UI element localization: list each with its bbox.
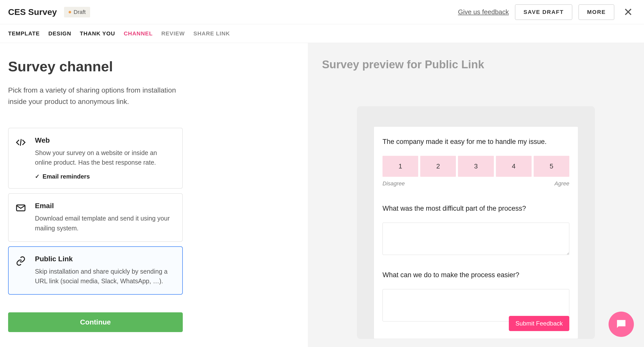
page-subtitle: Pick from a variety of sharing options f… [8, 85, 185, 107]
header-right: Give us feedback SAVE DRAFT MORE ✕ [458, 4, 636, 20]
tabs: TEMPLATE DESIGN THANK YOU CHANNEL REVIEW… [0, 24, 644, 43]
submit-feedback-button[interactable]: Submit Feedback [509, 316, 569, 331]
status-badge-draft: Draft [64, 7, 90, 17]
chat-fab[interactable] [609, 312, 634, 337]
channel-card-feature-label: Email reminders [43, 173, 90, 180]
tab-channel[interactable]: CHANNEL [124, 30, 153, 37]
feedback-link[interactable]: Give us feedback [458, 8, 509, 16]
tab-thank-you[interactable]: THANK YOU [80, 30, 115, 37]
channel-card-public-link[interactable]: Public Link Skip installation and share … [8, 246, 183, 295]
link-icon [16, 255, 28, 286]
close-icon[interactable]: ✕ [620, 7, 636, 18]
status-badge-label: Draft [74, 9, 86, 15]
envelope-icon [16, 202, 28, 233]
channel-card-desc: Skip installation and share quickly by s… [35, 267, 175, 286]
preview-question-1: The company made it easy for me to handl… [383, 138, 569, 146]
scale-option-4[interactable]: 4 [496, 156, 532, 177]
chat-icon [615, 318, 628, 331]
preview-question-3: What can we do to make the process easie… [383, 271, 569, 279]
channel-card-title: Public Link [35, 255, 175, 263]
tab-share-link[interactable]: SHARE LINK [193, 30, 230, 37]
right-panel: Survey preview for Public Link The compa… [308, 43, 644, 347]
more-button[interactable]: MORE [578, 4, 614, 20]
tab-review[interactable]: REVIEW [161, 30, 185, 37]
tab-template[interactable]: TEMPLATE [8, 30, 40, 37]
channel-card-desc: Download email template and send it usin… [35, 213, 175, 233]
channel-card-title: Web [35, 136, 175, 144]
channel-card-title: Email [35, 202, 175, 210]
channel-cards: Web Show your survey on a website or ins… [8, 128, 183, 295]
continue-button[interactable]: Continue [8, 312, 183, 332]
code-icon [16, 136, 28, 180]
preview-question-2: What was the most difficult part of the … [383, 205, 569, 212]
preview-backdrop: The company made it easy for me to handl… [357, 106, 595, 339]
page-title: Survey channel [8, 58, 308, 75]
header: CES Survey Draft Give us feedback SAVE D… [0, 0, 644, 24]
scale-option-2[interactable]: 2 [420, 156, 456, 177]
svg-line-0 [20, 139, 21, 146]
check-icon: ✓ [35, 173, 39, 180]
left-panel: Survey channel Pick from a variety of sh… [0, 43, 308, 347]
scale-option-1[interactable]: 1 [383, 156, 418, 177]
tab-design[interactable]: DESIGN [48, 30, 71, 37]
scale-option-3[interactable]: 3 [458, 156, 494, 177]
preview-title: Survey preview for Public Link [322, 58, 630, 71]
scale-label-low: Disagree [383, 180, 405, 187]
preview-card: The company made it easy for me to handl… [374, 126, 578, 339]
status-dot-icon [69, 11, 71, 13]
channel-card-web[interactable]: Web Show your survey on a website or ins… [8, 128, 183, 189]
preview-textarea-1[interactable] [383, 223, 569, 255]
channel-card-email[interactable]: Email Download email template and send i… [8, 193, 183, 242]
scale-label-high: Agree [554, 180, 569, 187]
channel-card-desc: Show your survey on a website or inside … [35, 148, 175, 168]
rating-scale: 1 2 3 4 5 [383, 156, 569, 177]
scale-labels: Disagree Agree [383, 180, 569, 187]
survey-title: CES Survey [8, 7, 57, 17]
channel-card-feature: ✓ Email reminders [35, 173, 175, 180]
header-left: CES Survey Draft [8, 7, 90, 17]
scale-option-5[interactable]: 5 [534, 156, 569, 177]
save-draft-button[interactable]: SAVE DRAFT [515, 4, 572, 20]
main: Survey channel Pick from a variety of sh… [0, 43, 644, 347]
